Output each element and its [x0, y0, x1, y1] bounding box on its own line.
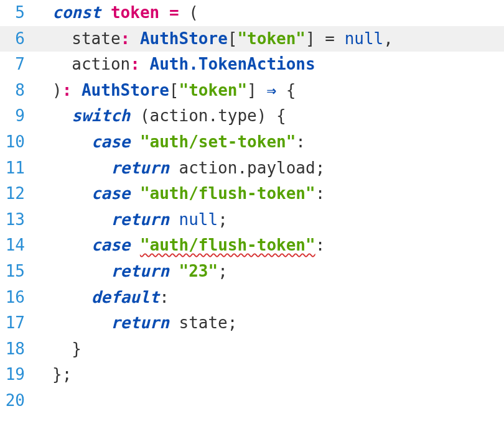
line-number: 18 [0, 336, 36, 362]
colon: : [159, 288, 169, 306]
code-line: 7 action: Auth.TokenActions [0, 52, 504, 78]
code-line: 9 switch (action.type) { [0, 103, 504, 129]
code-line: 8 ): AuthStore["token"] ⇒ { [0, 78, 504, 104]
brace-close: } [72, 339, 82, 358]
bracket-close: ] [247, 81, 257, 99]
semicolon: ; [315, 159, 325, 177]
line-number: 17 [0, 310, 36, 336]
line-number: 15 [0, 259, 36, 285]
paren-close: ) [257, 106, 267, 125]
operator-equals: = [325, 29, 335, 48]
code-content: const token = ( [36, 0, 504, 26]
dot: . [189, 55, 198, 73]
line-number: 19 [0, 362, 36, 388]
code-line: 10 case "auth/set-token": [0, 129, 504, 155]
code-line: 20 [0, 388, 504, 414]
line-number: 14 [0, 233, 36, 259]
code-line: 19 }; [0, 362, 504, 388]
code-line: 12 case "auth/flush-token": [0, 181, 504, 207]
keyword-return: return [111, 262, 169, 280]
colon: : [130, 55, 140, 73]
code-line: 13 return null; [0, 207, 504, 233]
brace-close: } [52, 365, 62, 384]
line-number: 10 [0, 129, 36, 155]
code-content: return action.payload; [36, 155, 504, 182]
colon: : [315, 236, 325, 254]
line-number: 7 [0, 52, 36, 78]
code-content: return null; [36, 207, 504, 233]
brace-open: { [286, 81, 296, 99]
colon: : [296, 132, 306, 151]
code-content: ): AuthStore["token"] ⇒ { [36, 78, 504, 104]
code-line-highlighted: 6 state: AuthStore["token"] = null, [0, 26, 504, 52]
code-content: case "auth/set-token": [36, 129, 504, 155]
string-literal: "token" [237, 29, 306, 48]
keyword-case: case [91, 184, 131, 203]
paren-open: ( [140, 106, 150, 125]
code-content: } [36, 336, 504, 362]
null-literal: null [345, 29, 384, 48]
code-line: 17 return state; [0, 310, 504, 336]
line-number: 11 [0, 155, 36, 182]
line-number: 12 [0, 181, 36, 207]
keyword-return: return [111, 159, 169, 177]
code-editor: 5 const token = ( 6 state: AuthStore["to… [0, 0, 504, 414]
string-literal: "auth/flush-token" [140, 184, 315, 203]
code-line: 18 } [0, 336, 504, 362]
bracket-open: [ [228, 29, 238, 48]
string-literal: "23" [179, 262, 218, 280]
code-line: 16 default: [0, 285, 504, 311]
identifier: action [179, 159, 238, 177]
string-literal: "token" [179, 81, 248, 99]
string-literal: "auth/set-token" [140, 132, 296, 151]
line-number: 6 [0, 26, 36, 52]
type-name: TokenActions [198, 55, 315, 73]
identifier: state [179, 313, 228, 332]
code-content: }; [36, 362, 504, 388]
line-number: 5 [0, 0, 36, 26]
semicolon: ; [218, 210, 228, 229]
colon: : [121, 29, 131, 48]
code-content: return "23"; [36, 259, 504, 285]
type-name: Auth [150, 55, 189, 73]
code-content: action: Auth.TokenActions [36, 52, 504, 78]
brace-open: { [276, 106, 286, 125]
code-content: state: AuthStore["token"] = null, [36, 26, 504, 52]
line-number: 8 [0, 78, 36, 104]
keyword-case: case [91, 132, 131, 151]
property: payload [247, 159, 315, 177]
colon: : [315, 184, 325, 203]
code-line: 5 const token = ( [0, 0, 504, 26]
dot: . [237, 159, 247, 177]
code-content: case "auth/flush-token": [36, 233, 504, 259]
type-name: AuthStore [140, 29, 228, 48]
code-content: case "auth/flush-token": [36, 181, 504, 207]
keyword-switch: switch [72, 106, 130, 125]
line-number: 16 [0, 285, 36, 311]
property: type [218, 106, 257, 125]
code-content: default: [36, 285, 504, 311]
keyword-const: const [52, 3, 101, 22]
keyword-case: case [91, 236, 131, 254]
semicolon: ; [218, 262, 228, 280]
code-line: 11 return action.payload; [0, 155, 504, 182]
paren-open: ( [189, 3, 198, 22]
identifier: action [150, 106, 208, 125]
dot: . [208, 106, 218, 125]
parameter: action [72, 55, 130, 73]
line-number: 20 [0, 388, 36, 414]
arrow-operator: ⇒ [266, 81, 276, 99]
semicolon: ; [228, 313, 238, 332]
code-content: return state; [36, 310, 504, 336]
line-number: 13 [0, 207, 36, 233]
code-line: 15 return "23"; [0, 259, 504, 285]
parameter: state [72, 29, 120, 48]
null-literal: null [179, 210, 218, 229]
bracket-close: ] [306, 29, 315, 48]
type-name: AuthStore [82, 81, 169, 99]
code-line: 14 case "auth/flush-token": [0, 233, 504, 259]
semicolon: ; [62, 365, 72, 384]
paren-close: ) [52, 81, 62, 99]
keyword-default: default [91, 288, 160, 306]
keyword-return: return [111, 313, 169, 332]
